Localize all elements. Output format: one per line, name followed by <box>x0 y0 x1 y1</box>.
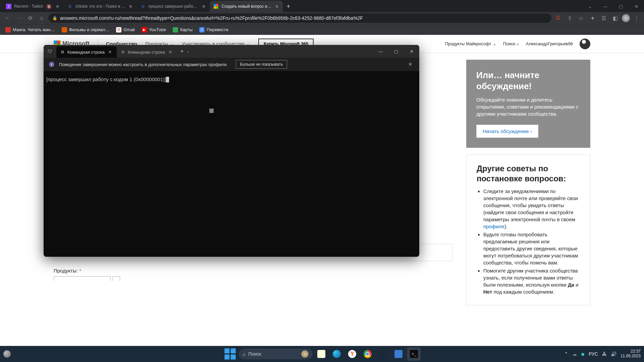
start-button[interactable] <box>223 347 237 361</box>
close-icon[interactable]: ✕ <box>404 45 419 58</box>
discussion-body: Обсуждайте новинки и делитесь открытиями… <box>476 96 580 117</box>
taskbar-edge[interactable] <box>330 347 343 361</box>
sidepanel-icon[interactable]: ◧ <box>610 13 620 23</box>
close-icon[interactable]: ✕ <box>407 61 414 67</box>
close-icon[interactable]: ✕ <box>128 4 133 9</box>
window-controls: ⌄ — ▢ ✕ <box>582 1 644 12</box>
bookmark-translate[interactable]: 文Перевести <box>197 26 231 34</box>
explorer-icon <box>317 350 325 358</box>
close-icon[interactable]: ✕ <box>168 49 172 55</box>
maps-favicon <box>173 27 178 33</box>
gmail-favicon: M <box>116 27 121 33</box>
tab-label: Командная строка <box>128 50 165 55</box>
mute-icon[interactable]: 🔇 <box>46 4 52 9</box>
address-field[interactable]: 🔒 answers.microsoft.com/ru-ru/newthread?… <box>48 13 551 23</box>
taskbar-steam[interactable] <box>376 347 390 361</box>
terminal-titlebar[interactable]: 🛡 ⧉ Командная строка ✕ ⧉ Командная строк… <box>44 45 419 58</box>
tab-title: Создать новый вопрос или нач <box>221 4 272 9</box>
tray-network-icon[interactable]: 🖧 <box>602 351 607 357</box>
chevron-down-icon[interactable]: ⌄ <box>582 1 598 12</box>
close-icon[interactable]: ✕ <box>55 4 60 9</box>
lock-icon: 🔒 <box>52 16 57 20</box>
chrome-icon <box>364 350 372 358</box>
minimize-icon[interactable]: — <box>598 1 613 12</box>
maximize-icon[interactable]: ▢ <box>613 1 629 12</box>
chrome-tab-google2[interactable]: G процесс завершил работу с ко ✕ <box>137 1 210 12</box>
tray-clock[interactable]: 22:37 11.05.2023 <box>621 349 641 359</box>
bookmark-youtube[interactable]: ▶YouTube <box>139 26 169 34</box>
url-text: answers.microsoft.com/ru-ru/newthread?th… <box>60 15 363 21</box>
profile-link[interactable]: профиле <box>483 224 504 229</box>
forward-button[interactable]: → <box>14 13 23 23</box>
star-icon[interactable]: ☆ <box>576 13 586 23</box>
bookmark-films[interactable]: Фильмы и сериал… <box>59 26 112 34</box>
reading-list-icon[interactable]: ☰ <box>599 13 608 23</box>
chrome-tab-google1[interactable]: G chkdsk что это - Поиск в Google ✕ <box>64 1 137 12</box>
close-icon[interactable]: ✕ <box>108 49 112 55</box>
tray-onedrive-icon[interactable]: ☁ <box>572 351 577 357</box>
tab-title: процесс завершил работу с ко <box>148 4 199 9</box>
info-icon: i <box>49 62 54 67</box>
taskbar-yandex[interactable]: Y <box>345 347 359 361</box>
close-icon[interactable]: ✕ <box>629 1 644 12</box>
chrome-tab-msanswers[interactable]: Создать новый вопрос или нач ✕ <box>210 1 283 12</box>
minimize-icon[interactable]: — <box>373 45 388 58</box>
close-icon[interactable]: ✕ <box>274 4 279 9</box>
dismiss-button[interactable]: Больше не показывать <box>236 60 287 69</box>
products-select[interactable] <box>54 276 111 281</box>
terminal-body[interactable]: [процесс завершил работу с кодом 1 (0x00… <box>44 71 419 257</box>
taskbar-terminal[interactable]: >_ <box>407 347 421 361</box>
user-name[interactable]: АлександрГригорьев96 <box>526 41 573 46</box>
chrome-tab-twitch[interactable]: t Recrent - Twitch 🔇 ✕ <box>3 1 63 12</box>
moon-icon <box>3 350 11 358</box>
taskbar-search[interactable]: ⌕ Поиск <box>239 349 313 359</box>
tray-volume-icon[interactable]: 🔊 <box>611 351 616 357</box>
share-icon[interactable]: ⇪ <box>565 13 574 23</box>
ms-favicon <box>213 4 219 9</box>
svg-rect-3 <box>231 355 236 360</box>
youtube-favicon: ▶ <box>142 27 147 33</box>
tray-security-icon[interactable]: ◆ <box>581 351 585 357</box>
terminal-tab-inactive[interactable]: ⧉ Командная строка ✕ <box>117 46 177 58</box>
search-button[interactable]: Поиск ⌕ <box>503 41 519 46</box>
bookmark-gmail[interactable]: MGmail <box>113 26 138 34</box>
bookmark-maps[interactable]: Карты <box>170 26 195 34</box>
profile-avatar[interactable] <box>622 14 630 22</box>
terminal-new-tab[interactable]: + ⌄ <box>177 45 193 58</box>
bookmark-favicon <box>62 27 67 33</box>
yandex-icon: Y <box>348 350 356 358</box>
maximize-icon[interactable]: ▢ <box>388 45 404 58</box>
extensions-icon[interactable]: ✦ <box>588 13 597 23</box>
user-avatar[interactable] <box>580 39 590 49</box>
menu-icon[interactable]: ⋮ <box>632 13 641 23</box>
bookmarks-bar: Манга. Читать ман… Фильмы и сериал… MGma… <box>0 24 644 35</box>
new-tab-button[interactable]: + <box>283 1 293 12</box>
taskbar-explorer[interactable] <box>315 347 328 361</box>
svg-rect-0 <box>224 348 229 353</box>
mouse-text-cursor <box>209 109 214 113</box>
chrome-tab-strip: t Recrent - Twitch 🔇 ✕ G chkdsk что это … <box>0 0 644 12</box>
system-tray: ⌃ ☁ ◆ РУС 🖧 🔊 22:37 11.05.2023 <box>564 349 641 359</box>
google-favicon: G <box>140 4 146 9</box>
terminal-tab-active[interactable]: ⧉ Командная строка ✕ <box>56 46 117 58</box>
app-icon <box>394 350 402 358</box>
cmd-icon: ⧉ <box>121 50 124 54</box>
search-highlight-icon <box>301 350 309 358</box>
taskbar-chrome[interactable] <box>361 347 374 361</box>
terminal-window[interactable]: 🛡 ⧉ Командная строка ✕ ⧉ Командная строк… <box>44 45 419 257</box>
taskbar-weather[interactable] <box>3 350 11 358</box>
start-discussion-button[interactable]: Начать обсуждение › <box>476 125 538 138</box>
back-button[interactable]: ← <box>3 13 12 23</box>
tray-language[interactable]: РУС <box>589 351 598 357</box>
reload-button[interactable]: ⟳ <box>25 13 35 23</box>
products-select-toggle[interactable] <box>113 276 120 281</box>
home-button[interactable]: ⌂ <box>37 13 46 23</box>
google-favicon: G <box>67 4 72 9</box>
bookmark-manga[interactable]: Манга. Читать ман… <box>3 26 58 34</box>
tray-chevron-icon[interactable]: ⌃ <box>564 351 568 357</box>
chevron-down-icon[interactable]: ⌄ <box>187 50 190 53</box>
google-account-icon[interactable]: G <box>553 13 563 23</box>
nav-ms-products[interactable]: Продукты Майкрософт ⌄ <box>445 41 496 46</box>
close-icon[interactable]: ✕ <box>201 4 206 9</box>
taskbar-app1[interactable] <box>392 347 405 361</box>
